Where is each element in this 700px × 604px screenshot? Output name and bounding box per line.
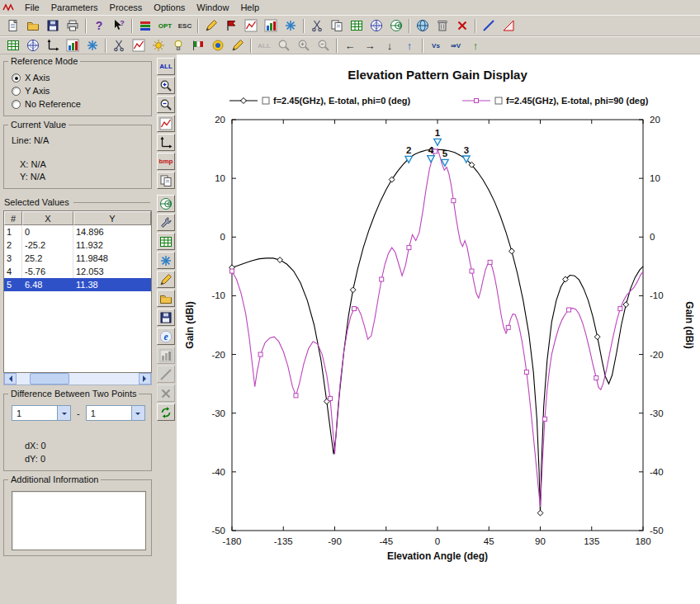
- line-style-button[interactable]: [157, 366, 175, 383]
- web-export-button[interactable]: e: [157, 328, 175, 345]
- display-layers-button[interactable]: [135, 17, 155, 35]
- dropdown-arrow-icon[interactable]: [57, 406, 70, 420]
- menu-window[interactable]: Window: [191, 1, 234, 14]
- refresh-button[interactable]: [157, 403, 175, 421]
- save-button[interactable]: [43, 17, 63, 35]
- bulb-button[interactable]: [168, 37, 188, 54]
- draw-line-button[interactable]: [479, 17, 499, 35]
- edit-pencil-button[interactable]: [201, 17, 221, 35]
- help-button[interactable]: ?: [89, 17, 109, 35]
- menu-help[interactable]: Help: [234, 1, 265, 14]
- marker-burst-button[interactable]: [157, 252, 175, 269]
- arrow-right-button[interactable]: →: [360, 37, 380, 54]
- axes-settings-button[interactable]: [157, 134, 175, 151]
- radio-x-axis[interactable]: X Axis: [12, 71, 146, 84]
- burst-button[interactable]: [83, 37, 102, 54]
- tools-button[interactable]: [157, 214, 175, 231]
- vs-button[interactable]: Vs: [426, 37, 446, 54]
- point-b-select[interactable]: 1: [86, 405, 145, 421]
- arrow-left-button[interactable]: ←: [340, 37, 360, 54]
- column-header-#[interactable]: #: [4, 211, 22, 225]
- zoom-out-button[interactable]: [314, 37, 333, 54]
- table-row[interactable]: 2-25.211.932: [4, 238, 151, 252]
- table-row[interactable]: 56.4811.38: [4, 278, 151, 291]
- globe-button[interactable]: [413, 17, 433, 35]
- bar-chart-button[interactable]: [261, 17, 281, 35]
- legend-item[interactable]: f=2.45(GHz), E-total, phi=0 (deg): [229, 96, 411, 106]
- legend-checkbox[interactable]: [495, 97, 502, 104]
- scrollbar-track[interactable]: [17, 373, 139, 385]
- radio-no-reference[interactable]: No Reference: [12, 97, 146, 111]
- table-display-button[interactable]: [157, 233, 175, 250]
- to-v-button[interactable]: ⇒V: [446, 37, 466, 54]
- point-a-select[interactable]: 1: [12, 405, 71, 421]
- polar-plot-button[interactable]: [367, 17, 386, 35]
- page-chart-button[interactable]: [129, 37, 149, 54]
- legend-checkbox[interactable]: [262, 97, 269, 104]
- new-file-button[interactable]: [3, 17, 23, 35]
- arrow-down-button[interactable]: ↓: [380, 37, 400, 54]
- close-red-x-button[interactable]: [452, 17, 472, 35]
- dropdown-arrow-icon[interactable]: [131, 406, 144, 420]
- table-row[interactable]: 4-5.7612.053: [4, 265, 151, 278]
- pattern-button[interactable]: [63, 37, 83, 54]
- up-green-button[interactable]: ↑: [466, 37, 485, 54]
- target-button[interactable]: [208, 37, 228, 54]
- edit-graph-button[interactable]: [241, 17, 261, 35]
- scrollbar-thumb[interactable]: [30, 373, 69, 385]
- escape-button[interactable]: ESC: [175, 17, 195, 35]
- port-button[interactable]: [23, 37, 43, 54]
- snowflake-button[interactable]: [281, 17, 300, 35]
- menu-options[interactable]: Options: [148, 1, 191, 14]
- print-button[interactable]: [63, 17, 83, 35]
- radio-button-icon[interactable]: [12, 73, 21, 83]
- view-all-button[interactable]: ALL: [157, 58, 175, 75]
- delete-button[interactable]: [433, 17, 452, 35]
- legend-item[interactable]: f=2.45(GHz), E-total, phi=90 (deg): [462, 96, 649, 106]
- menu-process[interactable]: Process: [104, 1, 149, 14]
- scroll-left-button[interactable]: [4, 373, 17, 385]
- selected-values-table[interactable]: #XY 1014.8962-25.211.932325.211.98484-5.…: [3, 210, 152, 373]
- table-row[interactable]: 1014.896: [4, 225, 151, 238]
- open-file-button[interactable]: [23, 17, 43, 35]
- close-display-button[interactable]: [157, 385, 175, 402]
- scissors-button[interactable]: [109, 37, 129, 54]
- zoom-window-button[interactable]: [274, 37, 294, 54]
- sun-button[interactable]: [149, 37, 168, 54]
- save-data-button[interactable]: [157, 309, 175, 326]
- menu-parameters[interactable]: Parameters: [45, 1, 104, 14]
- context-help-button[interactable]: ?: [109, 17, 129, 35]
- cut-button[interactable]: [307, 17, 327, 35]
- export-bmp-button[interactable]: bmp: [157, 153, 175, 170]
- tricolor-flag-button[interactable]: [188, 37, 208, 54]
- edit-annotation-button[interactable]: [157, 271, 175, 288]
- zoom-in-button[interactable]: [157, 77, 175, 94]
- radio-button-icon[interactable]: [12, 100, 21, 109]
- zoom-in-button[interactable]: [294, 37, 314, 54]
- zoom-out-button[interactable]: [157, 96, 175, 113]
- open-data-button[interactable]: [157, 290, 175, 307]
- flag-button[interactable]: [221, 17, 241, 35]
- data-table-button[interactable]: [347, 17, 367, 35]
- copy-page-button[interactable]: [327, 17, 347, 35]
- grid-button[interactable]: [3, 37, 23, 54]
- smith-chart-button[interactable]: [386, 17, 406, 35]
- smith-display-button[interactable]: [157, 195, 175, 212]
- table-horizontal-scrollbar[interactable]: [3, 373, 152, 385]
- column-header-x[interactable]: X: [22, 211, 73, 225]
- menu-file[interactable]: File: [19, 1, 45, 14]
- arrow-up-button[interactable]: ↑: [400, 37, 419, 54]
- axes-3d-button[interactable]: [43, 37, 63, 54]
- chart-style-button[interactable]: [157, 347, 175, 364]
- copy-clipboard-button[interactable]: [157, 172, 175, 189]
- triangle-ruler-button[interactable]: [499, 17, 518, 35]
- radio-y-axis[interactable]: Y Axis: [12, 84, 146, 97]
- view-all-button[interactable]: ALL: [254, 37, 274, 54]
- table-row[interactable]: 325.211.9848: [4, 252, 151, 265]
- radio-button-icon[interactable]: [12, 87, 21, 96]
- optimize-button[interactable]: OPT: [155, 17, 175, 35]
- ruler-pencil-button[interactable]: [228, 37, 248, 54]
- column-header-y[interactable]: Y: [73, 211, 151, 225]
- graph-parameters-button[interactable]: [157, 115, 175, 132]
- scroll-right-button[interactable]: [139, 373, 151, 385]
